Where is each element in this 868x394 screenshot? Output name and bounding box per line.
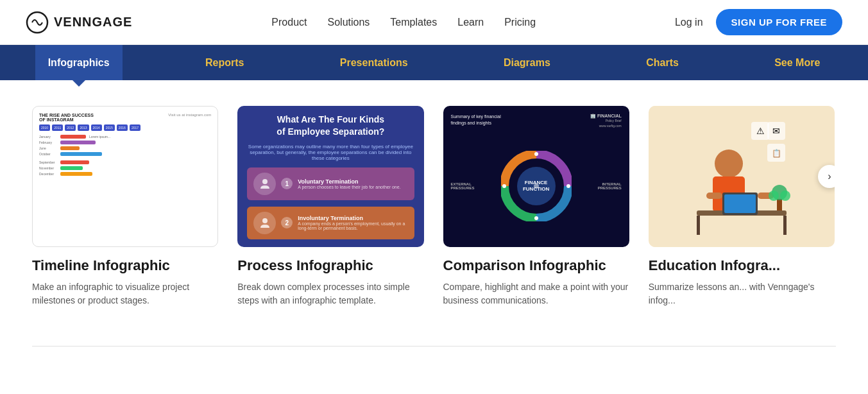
logo-text: VENNGAGE <box>54 15 132 30</box>
svg-point-16 <box>715 150 743 178</box>
education-card-desc: Summarize lessons an... with Venngage's … <box>649 280 835 307</box>
step1-desc: A person chooses to leave their job for … <box>298 185 400 189</box>
svg-text:✉: ✉ <box>772 126 780 136</box>
process-card-image[interactable]: What Are The Four Kindsof Employee Separ… <box>237 106 423 247</box>
comp-internal-label: INTERNALPRESSURES <box>598 182 622 190</box>
svg-point-2 <box>262 218 268 223</box>
comparison-header: Summary of key financialfindings and ins… <box>451 114 622 128</box>
timeline-card-image[interactable]: THE RISE AND SUCCESS OF INSTAGRAM Visit … <box>32 106 218 247</box>
process-subtitle: Some organizations may outline many more… <box>247 144 414 161</box>
process-card-desc: Break down complex processes into simple… <box>237 280 423 307</box>
svg-text:⚠: ⚠ <box>756 126 764 136</box>
education-card-title: Education Infogra... <box>649 257 835 274</box>
svg-text:📋: 📋 <box>771 148 781 158</box>
cards-row: THE RISE AND SUCCESS OF INSTAGRAM Visit … <box>32 106 836 307</box>
subnav-infographics[interactable]: Infographics <box>35 45 123 80</box>
comp-center-text: FINANCEFUNCTION <box>523 180 549 192</box>
timeline-card-desc: Make an infographic to visualize project… <box>32 280 218 307</box>
process-step1-icon <box>253 173 276 195</box>
nav-product[interactable]: Product <box>271 17 307 28</box>
bottom-divider <box>32 346 836 347</box>
comparison-card-image[interactable]: Summary of key financialfindings and ins… <box>443 106 629 247</box>
comparison-card-desc: Compare, highlight and make a point with… <box>443 280 629 307</box>
process-step-1: 1 Voluntary Termination A person chooses… <box>247 167 414 200</box>
education-illustration: ✉ ⚠ 📋 <box>677 116 806 237</box>
education-card-image[interactable]: ✉ ⚠ 📋 <box>649 106 835 247</box>
svg-point-7 <box>566 184 570 188</box>
svg-point-8 <box>534 216 538 220</box>
svg-point-6 <box>534 152 538 156</box>
step2-title: Involuntary Termination <box>298 215 407 221</box>
svg-point-28 <box>780 191 790 201</box>
svg-rect-23 <box>706 193 722 199</box>
subnav-charts[interactable]: Charts <box>633 45 692 80</box>
svg-point-1 <box>262 179 268 184</box>
timeline-header: THE RISE AND SUCCESS OF INSTAGRAM Visit … <box>39 113 211 122</box>
subnav-see-more[interactable]: See More <box>762 45 833 80</box>
logo[interactable]: VENNGAGE <box>26 11 132 34</box>
logo-icon <box>26 11 49 34</box>
nav-templates[interactable]: Templates <box>390 17 437 28</box>
timeline-years: 2010 2011 2012 2013 2014 2015 2016 2017 <box>39 124 211 131</box>
comparison-main: EXTERNALPRESSURES <box>451 133 622 239</box>
step1-info: Voluntary Termination A person chooses t… <box>298 178 400 189</box>
header-actions: Log in SIGN UP FOR FREE <box>675 9 842 35</box>
login-button[interactable]: Log in <box>675 17 703 28</box>
timeline-card: THE RISE AND SUCCESS OF INSTAGRAM Visit … <box>32 106 218 307</box>
comparison-card-title: Comparison Infographic <box>443 257 629 274</box>
subnav-reports[interactable]: Reports <box>192 45 257 80</box>
process-title: What Are The Four Kindsof Employee Separ… <box>277 114 384 137</box>
timeline-rows: January Lorem ipsum... February June Oct… <box>39 135 211 240</box>
comp-header-right: 🏢 FINANCIAL Policy Brief www.varfig.com <box>590 114 622 128</box>
subnav-presentations[interactable]: Presentations <box>327 45 421 80</box>
step2-desc: A company ends a person's employment, us… <box>298 221 407 230</box>
sub-nav: Infographics Reports Presentations Diagr… <box>0 45 868 80</box>
nav-solutions[interactable]: Solutions <box>328 17 370 28</box>
signup-button[interactable]: SIGN UP FOR FREE <box>716 9 842 35</box>
svg-point-9 <box>502 184 506 188</box>
svg-rect-20 <box>783 216 787 235</box>
step1-title: Voluntary Termination <box>298 178 400 185</box>
subnav-diagrams[interactable]: Diagrams <box>491 45 563 80</box>
svg-rect-19 <box>697 216 700 235</box>
comp-header-text: Summary of key financialfindings and ins… <box>451 114 501 126</box>
nav-learn[interactable]: Learn <box>457 17 484 28</box>
svg-rect-25 <box>777 199 782 210</box>
comparison-card: Summary of key financialfindings and ins… <box>443 106 629 307</box>
comp-external-label: EXTERNALPRESSURES <box>451 182 475 190</box>
svg-point-27 <box>769 191 779 201</box>
step2-info: Involuntary Termination A company ends a… <box>298 215 407 230</box>
main-content: THE RISE AND SUCCESS OF INSTAGRAM Visit … <box>0 80 868 327</box>
step2-num: 2 <box>281 217 293 228</box>
header: VENNGAGE Product Solutions Templates Lea… <box>0 0 868 45</box>
nav-pricing[interactable]: Pricing <box>504 17 536 28</box>
svg-rect-22 <box>724 194 756 213</box>
main-nav: Product Solutions Templates Learn Pricin… <box>271 17 536 28</box>
process-card-title: Process Infographic <box>237 257 423 274</box>
process-step2-icon <box>253 212 276 234</box>
education-card: ✉ ⚠ 📋 <box>649 106 835 307</box>
timeline-card-title: Timeline Infographic <box>32 257 218 274</box>
process-step-2: 2 Involuntary Termination A company ends… <box>247 207 414 239</box>
process-card: What Are The Four Kindsof Employee Separ… <box>237 106 423 307</box>
step1-num: 1 <box>281 178 293 189</box>
